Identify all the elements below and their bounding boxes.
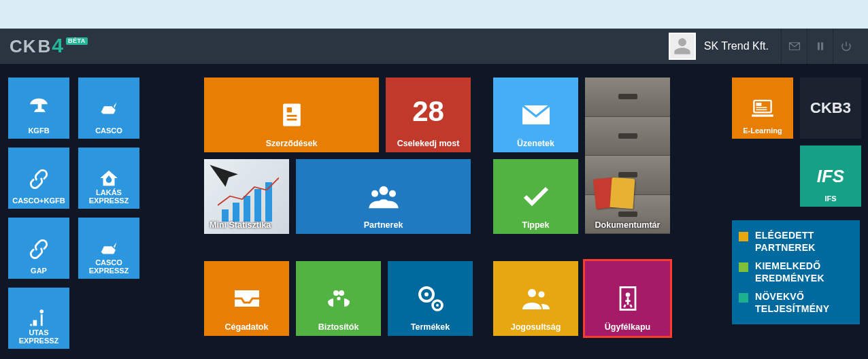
side-panel-item: NÖVEKVŐ TELJESÍTMÉNY	[739, 291, 853, 315]
ifs-logo: IFS	[817, 166, 844, 187]
tile-label: CASCO+KGFB	[8, 196, 69, 205]
tile-szerzodesek[interactable]: Szerződések	[204, 78, 379, 152]
tile-ifs[interactable]: IFS IFS	[800, 146, 861, 207]
tile-label: KGFB	[8, 126, 69, 135]
svg-rect-23	[756, 107, 767, 108]
tile-casco-expressz[interactable]: CASCO EXPRESSZ	[78, 218, 139, 279]
tile-label: CASCO	[78, 126, 139, 135]
logo-ck: CK	[10, 37, 37, 55]
svg-rect-24	[756, 109, 767, 111]
tile-ckb3[interactable]: CKB3	[800, 78, 861, 139]
tile-partnerek[interactable]: Partnerek	[296, 159, 471, 234]
pause-icon[interactable]	[807, 29, 833, 64]
tile-label: IFS	[800, 194, 861, 203]
tile-dokumentumtar[interactable]: Dokumentumtár	[585, 78, 670, 234]
user-name[interactable]: SK Trend Kft.	[704, 40, 769, 52]
svg-point-11	[339, 290, 344, 296]
svg-point-10	[333, 290, 339, 296]
tile-uzenetek[interactable]: Üzenetek	[493, 78, 578, 152]
link-icon	[27, 237, 50, 260]
tile-mini-statisztika[interactable]: Mini Statisztika	[204, 159, 289, 234]
messages-icon[interactable]	[781, 29, 807, 64]
tile-label: Cégadatok	[204, 322, 289, 332]
tile-label: Üzenetek	[493, 139, 578, 148]
tile-label: Tippek	[493, 220, 578, 230]
svg-point-7	[379, 186, 388, 195]
svg-rect-6	[286, 119, 297, 121]
tile-biztositok[interactable]: Biztosítók	[296, 261, 381, 336]
tile-label: Szerződések	[204, 139, 379, 148]
dashboard: KGFB CASCO CASCO+KGFB LAKÁS EXPRESSZ GAP…	[0, 64, 868, 359]
cabinet-graphic	[585, 78, 670, 234]
tile-label: CASCO EXPRESSZ	[78, 258, 139, 275]
header-right: SK Trend Kft.	[669, 29, 858, 64]
side-panel: ELÉGEDETT PARTNEREK KIEMELKEDŐ EREDMÉNYE…	[732, 220, 860, 324]
tile-label: Mini Statisztika	[210, 220, 289, 230]
bullet-icon	[739, 232, 748, 241]
notification-bar	[0, 0, 868, 29]
tile-ugyfelkapu[interactable]: Ügyfélkapu	[585, 261, 670, 336]
tile-lakas-expressz[interactable]: LAKÁS EXPRESSZ	[78, 148, 139, 209]
ckb3-text: CKB3	[810, 99, 851, 117]
svg-rect-0	[818, 43, 819, 50]
tile-casco[interactable]: CASCO	[78, 78, 139, 139]
gears-icon	[414, 282, 447, 315]
inbox-icon	[231, 282, 263, 315]
header: CKB4BÉTA SK Trend Kft.	[0, 29, 868, 64]
tile-label: Ügyfélkapu	[585, 322, 670, 332]
svg-rect-5	[286, 115, 297, 117]
document-icon	[277, 100, 307, 130]
svg-rect-1	[821, 43, 822, 50]
tile-utas-expressz[interactable]: UTAS EXPRESSZ	[8, 288, 69, 349]
house-fire-icon	[97, 167, 120, 190]
tile-kgfb[interactable]: KGFB	[8, 78, 69, 139]
logo[interactable]: CKB4BÉTA	[10, 36, 88, 56]
tile-cselekedj-most[interactable]: 28 Cselekedj most	[386, 78, 471, 152]
tile-label: LAKÁS EXPRESSZ	[78, 188, 139, 205]
logo-b: B	[38, 37, 51, 55]
svg-point-12	[337, 296, 340, 300]
laptop-icon	[750, 95, 775, 121]
side-panel-text: NÖVEKVŐ TELJESÍTMÉNY	[755, 291, 853, 315]
svg-point-17	[528, 289, 536, 297]
svg-point-8	[371, 190, 378, 197]
tile-label: GAP	[8, 267, 69, 275]
logo-beta-badge: BÉTA	[66, 37, 88, 45]
count-badge: 28	[412, 95, 444, 128]
tile-elearning[interactable]: E-Learning	[732, 78, 793, 139]
tile-casco-kgfb[interactable]: CASCO+KGFB	[8, 148, 69, 209]
svg-rect-22	[756, 103, 762, 106]
side-panel-item: KIEMELKEDŐ EREDMÉNYEK	[739, 260, 853, 284]
tile-cegadatok[interactable]: Cégadatok	[204, 261, 289, 336]
bullet-icon	[739, 262, 748, 272]
svg-point-16	[436, 304, 439, 307]
hands-family-icon	[322, 282, 355, 315]
people-icon	[520, 282, 552, 315]
side-panel-item: ELÉGEDETT PARTNEREK	[739, 230, 853, 254]
crash-car-icon	[97, 97, 120, 120]
bullet-icon	[739, 293, 748, 303]
tile-tippek[interactable]: Tippek	[493, 159, 578, 234]
avatar[interactable]	[669, 33, 696, 60]
crash-car-icon	[97, 237, 120, 260]
tile-termekek[interactable]: Termékek	[388, 261, 473, 336]
svg-rect-21	[754, 101, 771, 112]
side-panel-text: ELÉGEDETT PARTNEREK	[755, 230, 853, 254]
tile-label: Biztosítók	[296, 322, 381, 332]
tile-label: Cselekedj most	[386, 139, 471, 148]
tile-label: Partnerek	[296, 220, 471, 230]
logo-four: 4	[52, 35, 63, 56]
tile-label: E-Learning	[732, 126, 793, 135]
tile-jogosultsag[interactable]: Jogosultság	[493, 261, 578, 336]
tile-label: Dokumentumtár	[585, 220, 670, 230]
tile-label: UTAS EXPRESSZ	[8, 328, 69, 345]
tile-gap[interactable]: GAP	[8, 218, 69, 279]
power-icon[interactable]	[833, 29, 858, 64]
tile-label: Termékek	[388, 322, 473, 332]
people-icon	[366, 179, 401, 214]
svg-point-14	[424, 292, 429, 296]
person-door-icon	[613, 284, 643, 313]
side-panel-text: KIEMELKEDŐ EREDMÉNYEK	[755, 260, 853, 284]
envelope-icon	[520, 99, 552, 131]
svg-rect-4	[286, 107, 291, 112]
